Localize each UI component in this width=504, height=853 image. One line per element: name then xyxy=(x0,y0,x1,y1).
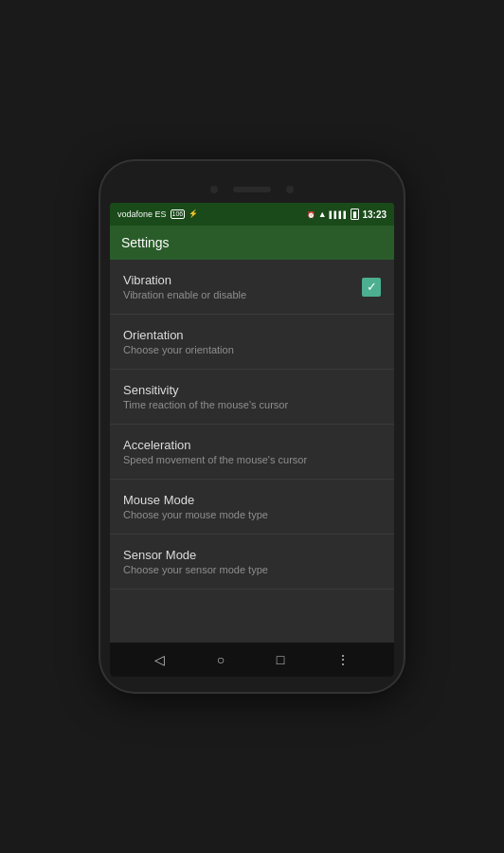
wifi-icon: ▲ xyxy=(318,209,327,219)
back-button[interactable]: ◁ xyxy=(147,648,172,671)
sensor-mode-title: Sensor Mode xyxy=(123,548,381,562)
settings-item-text-sensor-mode: Sensor Mode Choose your sensor mode type xyxy=(123,548,381,575)
acceleration-subtitle: Speed movement of the mouse's cursor xyxy=(123,454,381,465)
home-button[interactable]: ○ xyxy=(209,648,232,671)
battery-icon: ▮ xyxy=(351,209,359,220)
sensor-mode-subtitle: Choose your sensor mode type xyxy=(123,564,381,575)
settings-list: Vibration Vibration enable or disable ✓ … xyxy=(110,260,394,643)
settings-item-acceleration[interactable]: Acceleration Speed movement of the mouse… xyxy=(110,425,394,480)
front-camera xyxy=(210,186,218,193)
app-bar-title: Settings xyxy=(121,235,170,250)
signal-icon: ▌▌▌▌ xyxy=(330,211,349,218)
mouse-mode-subtitle: Choose your mouse mode type xyxy=(123,509,381,520)
sim-badge: 106 xyxy=(171,209,186,219)
settings-item-sensor-mode[interactable]: Sensor Mode Choose your sensor mode type xyxy=(110,535,394,590)
status-right-icons: ▲ ▌▌▌▌ ▮ 13:23 xyxy=(307,209,387,220)
earpiece-speaker xyxy=(233,187,271,192)
settings-item-text-mouse-mode: Mouse Mode Choose your mouse mode type xyxy=(123,493,381,520)
orientation-subtitle: Choose your orientation xyxy=(123,344,381,355)
vibration-title: Vibration xyxy=(123,273,362,287)
settings-item-vibration[interactable]: Vibration Vibration enable or disable ✓ xyxy=(110,260,394,315)
alarm-icon xyxy=(307,210,315,219)
status-bar: vodafone ES 106 ⚡ ▲ ▌▌▌▌ ▮ 13:23 xyxy=(110,203,394,226)
charge-icon: ⚡ xyxy=(189,209,198,218)
settings-item-orientation[interactable]: Orientation Choose your orientation xyxy=(110,315,394,370)
settings-item-text-vibration: Vibration Vibration enable or disable xyxy=(123,273,362,300)
checkbox-check-icon: ✓ xyxy=(367,281,377,293)
settings-item-sensitivity[interactable]: Sensitivity Time reaction of the mouse's… xyxy=(110,370,394,425)
top-microphone xyxy=(286,186,294,193)
phone-top-bar xyxy=(110,176,394,203)
settings-item-text-orientation: Orientation Choose your orientation xyxy=(123,328,381,355)
phone-screen: vodafone ES 106 ⚡ ▲ ▌▌▌▌ ▮ 13:23 Setting… xyxy=(110,203,394,677)
more-button[interactable]: ⋮ xyxy=(329,648,357,671)
settings-item-mouse-mode[interactable]: Mouse Mode Choose your mouse mode type xyxy=(110,480,394,535)
settings-item-text-acceleration: Acceleration Speed movement of the mouse… xyxy=(123,438,381,465)
navigation-bar: ◁ ○ □ ⋮ xyxy=(110,643,394,677)
sensitivity-subtitle: Time reaction of the mouse's cursor xyxy=(123,399,381,410)
phone-device: vodafone ES 106 ⚡ ▲ ▌▌▌▌ ▮ 13:23 Setting… xyxy=(100,161,404,692)
status-time: 13:23 xyxy=(362,209,387,220)
recents-button[interactable]: □ xyxy=(269,648,292,671)
settings-item-text-sensitivity: Sensitivity Time reaction of the mouse's… xyxy=(123,383,381,410)
orientation-title: Orientation xyxy=(123,328,381,342)
mouse-mode-title: Mouse Mode xyxy=(123,493,381,507)
acceleration-title: Acceleration xyxy=(123,438,381,452)
carrier-text: vodafone ES xyxy=(117,209,167,219)
status-left: vodafone ES 106 ⚡ xyxy=(117,209,198,219)
app-bar: Settings xyxy=(110,226,394,260)
sensitivity-title: Sensitivity xyxy=(123,383,381,397)
vibration-subtitle: Vibration enable or disable xyxy=(123,289,362,300)
vibration-checkbox[interactable]: ✓ xyxy=(362,278,381,297)
